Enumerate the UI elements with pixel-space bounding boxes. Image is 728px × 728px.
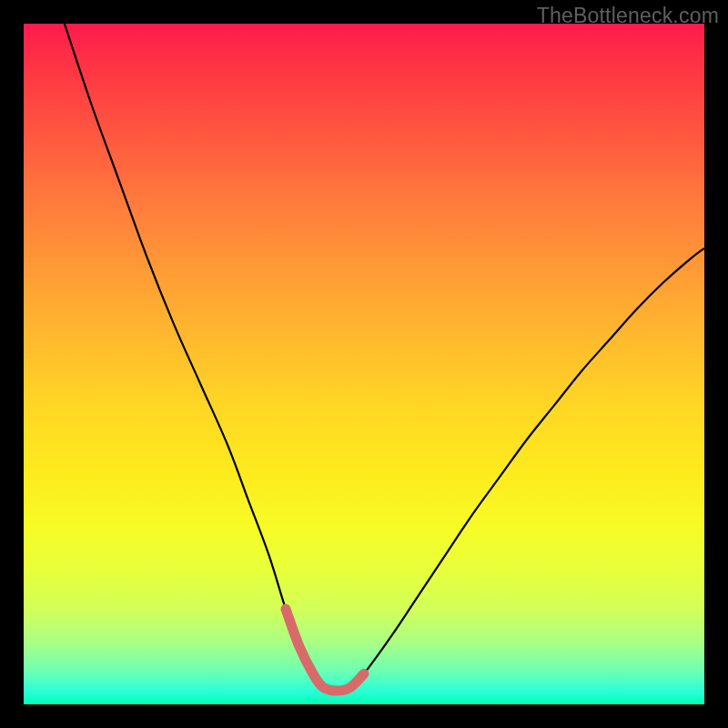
chart-plot-area — [24, 24, 704, 704]
curve-path-main — [65, 24, 704, 691]
chart-frame: TheBottleneck.com — [0, 0, 728, 728]
curve-path-highlight — [286, 609, 364, 691]
bottleneck-curve — [24, 24, 704, 704]
